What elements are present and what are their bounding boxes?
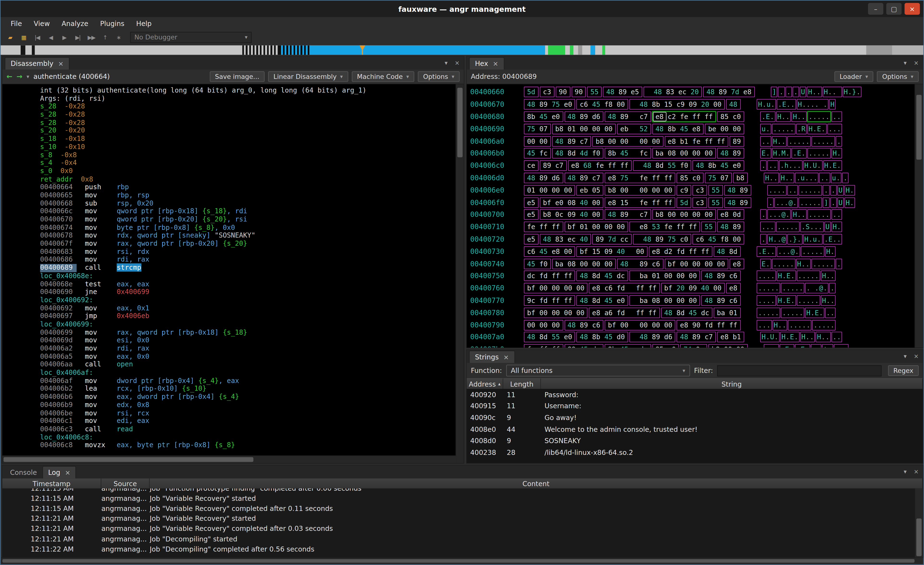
ascii-char[interactable]: E (782, 100, 786, 108)
ascii-char[interactable]: H (826, 247, 831, 255)
ascii-char[interactable]: E (801, 345, 805, 347)
hex-byte[interactable]: 00 (650, 321, 662, 329)
ascii-char[interactable]: . (781, 345, 785, 347)
hex-byte[interactable]: 00 (590, 125, 602, 133)
ascii-char[interactable]: . (773, 260, 777, 268)
hex-byte[interactable]: f8 (602, 100, 615, 108)
string-row[interactable]: 40090c9Go away! (467, 412, 923, 424)
ascii-char[interactable]: . (810, 247, 815, 255)
ascii-char[interactable]: . (790, 272, 795, 280)
disassembly-line[interactable]: s_8 -0x8 (40, 151, 456, 159)
ascii-char[interactable]: . (856, 88, 861, 96)
hex-byte[interactable]: b8 (553, 125, 566, 133)
hex-row[interactable]: 004006c0ce89c7e868feffff488d55f0488b45e0… (470, 160, 915, 172)
disassembly-line[interactable]: 0040066cmovqword ptr [rbp-0x18] {s_18}, … (40, 207, 456, 216)
hex-byte[interactable]: ff (550, 345, 562, 347)
ascii-char[interactable]: . (762, 308, 766, 317)
hex-byte[interactable]: bf (662, 284, 674, 292)
ascii-char[interactable]: . (762, 296, 766, 304)
hex-byte[interactable]: f0 (537, 260, 549, 268)
skip-back-icon[interactable]: |◀ (33, 32, 42, 42)
ascii-char[interactable]: . (813, 210, 817, 219)
ascii-char[interactable]: . (773, 162, 777, 170)
ascii-char[interactable]: . (782, 272, 786, 280)
hex-byte[interactable]: bf (525, 284, 537, 292)
hex-byte[interactable]: 00 (615, 223, 627, 231)
hex-byte[interactable]: 05 (590, 186, 602, 194)
ascii-char[interactable]: . (816, 88, 821, 96)
ascii-char[interactable]: . (770, 113, 774, 121)
ascii-char[interactable]: . (799, 308, 803, 317)
hex-byte[interactable]: 8d (727, 247, 740, 255)
hex-byte[interactable]: e8 (718, 210, 730, 219)
hex-byte[interactable]: c7 (590, 174, 602, 182)
hex-byte[interactable]: 00 (662, 272, 674, 280)
hex-byte[interactable]: 75 (618, 174, 630, 182)
hex-byte[interactable]: c9 (675, 100, 687, 108)
hex-byte[interactable]: 00 (687, 296, 699, 304)
hex-byte[interactable]: e0 (615, 296, 627, 304)
ascii-char[interactable]: . (821, 149, 825, 158)
ascii-char[interactable]: . (769, 162, 773, 170)
hex-byte[interactable]: 00 (675, 272, 687, 280)
ascii-char[interactable]: . (777, 137, 782, 145)
ascii-char[interactable]: . (821, 125, 825, 133)
ascii-char[interactable]: . (786, 308, 790, 317)
ascii-char[interactable]: . (821, 137, 825, 145)
hex-row[interactable]: 004006605dc39090554889e54883ec2048897de8… (470, 86, 915, 98)
hex-byte[interactable]: c6 (650, 260, 662, 268)
hex-byte[interactable]: fe (525, 345, 537, 347)
ascii-char[interactable]: . (817, 210, 821, 219)
hex-byte[interactable]: ff (646, 284, 658, 292)
ascii-char[interactable]: . (797, 162, 801, 170)
hex-byte[interactable]: 9c (525, 296, 537, 304)
ascii-char[interactable]: . (794, 88, 798, 96)
hex-byte[interactable]: 45 (618, 345, 630, 347)
hex-byte[interactable]: e0 (731, 162, 743, 170)
hex-byte[interactable]: b1 (678, 137, 690, 145)
ascii-char[interactable]: . (799, 284, 803, 292)
hex-byte[interactable]: 00 (602, 260, 615, 268)
ascii-char[interactable]: . (782, 137, 786, 145)
hex-options-button[interactable]: Options▾ (877, 71, 919, 82)
hex-byte[interactable]: 08 (566, 198, 578, 206)
hex-byte[interactable]: 00 (550, 308, 562, 317)
hex-byte[interactable]: ff (606, 162, 618, 170)
hex-byte[interactable]: 48 (641, 162, 653, 170)
ascii-char[interactable]: . (782, 113, 786, 121)
ascii-char[interactable]: . (797, 125, 801, 133)
ascii-char[interactable]: . (805, 345, 809, 347)
hex-byte[interactable]: 00 (562, 186, 574, 194)
tab-strings[interactable]: Strings × (469, 350, 514, 363)
hex-byte[interactable]: fe (690, 137, 702, 145)
ascii-char[interactable]: . (797, 235, 801, 243)
ascii-char[interactable]: . (758, 308, 762, 317)
hex-byte[interactable]: 48 (718, 223, 730, 231)
hex-byte[interactable]: fd (703, 321, 715, 329)
ascii-char[interactable]: . (790, 308, 795, 317)
ascii-char[interactable]: . (766, 333, 770, 341)
ascii-char[interactable]: . (758, 284, 762, 292)
hex-byte[interactable]: fe (638, 198, 650, 206)
ascii-char[interactable]: . (782, 260, 786, 268)
hex-byte[interactable]: e5 (629, 88, 641, 96)
hex-byte[interactable]: 00 (687, 272, 699, 280)
hex-byte[interactable]: 00 (650, 186, 662, 194)
hex-byte[interactable]: 89 (738, 186, 750, 194)
hex-byte[interactable]: fe (662, 223, 674, 231)
hex-byte[interactable]: 89 (566, 137, 578, 145)
hex-byte[interactable]: e0 (562, 333, 574, 341)
hex-byte[interactable]: 89 (594, 235, 606, 243)
hex-vscrollbar[interactable] (915, 84, 923, 347)
ascii-char[interactable]: @ (782, 210, 786, 219)
ascii-char[interactable]: H (773, 137, 777, 145)
hex-byte[interactable]: c9 (678, 186, 690, 194)
ascii-char[interactable]: ] (772, 88, 776, 96)
menu-help[interactable]: Help (131, 18, 157, 29)
hex-row[interactable]: 00400780bf00000000e8a6fdffff488d45dcba01… (470, 307, 915, 319)
ascii-char[interactable]: . (777, 260, 782, 268)
hex-byte[interactable]: 83 (664, 88, 676, 96)
ascii-char[interactable]: . (780, 162, 784, 170)
ascii-char[interactable]: . (837, 210, 841, 219)
hex-byte[interactable]: 00 (731, 125, 743, 133)
